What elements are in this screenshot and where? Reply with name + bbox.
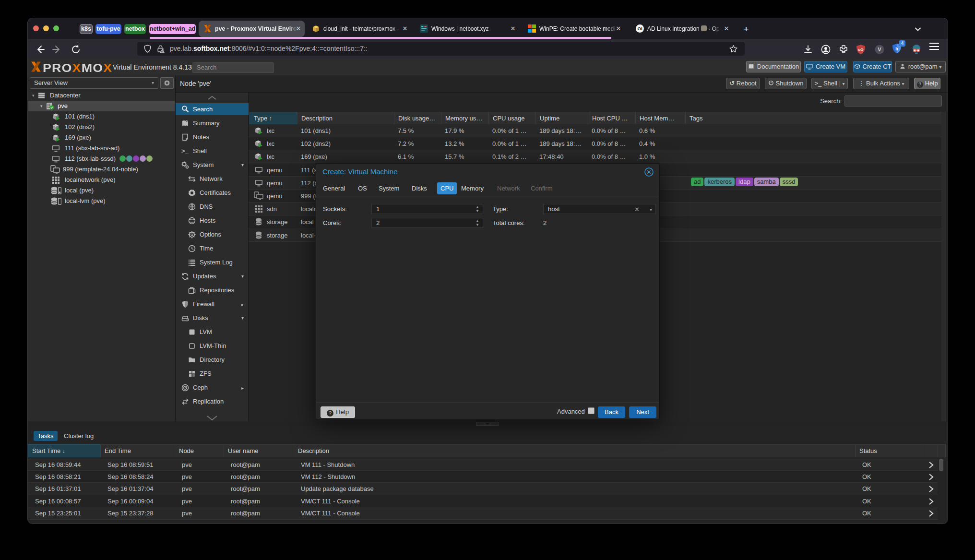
svg-text:uO: uO — [858, 48, 863, 52]
svg-text:V: V — [878, 47, 881, 52]
svg-text:b: b — [895, 47, 898, 51]
svg-text:OI: OI — [637, 26, 642, 31]
